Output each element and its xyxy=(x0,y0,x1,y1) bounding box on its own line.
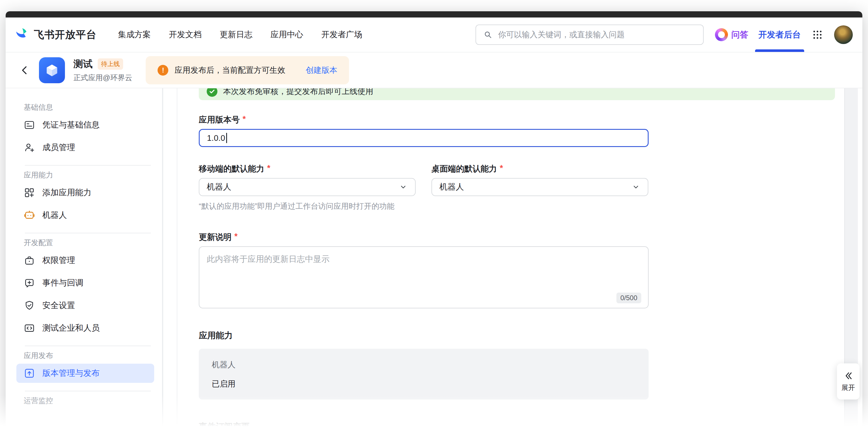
capability-name: 机器人 xyxy=(212,360,636,370)
release-notes-textarea[interactable]: 此内容将于应用的更新日志中显示 0/500 xyxy=(199,246,649,308)
sidebar-item-label: 权限管理 xyxy=(42,255,75,266)
success-banner: 本次发布免审核，提交发布后即可上线使用 xyxy=(199,88,835,100)
sidebar-item-test-enterprise[interactable]: 测试企业和人员 xyxy=(24,318,177,338)
required-mark: * xyxy=(243,114,246,124)
search-icon xyxy=(483,30,493,40)
text-caret xyxy=(226,133,227,143)
required-mark: * xyxy=(500,163,503,173)
warning-icon: ! xyxy=(158,65,168,76)
capability-status: 已启用 xyxy=(212,379,636,390)
sidebar-item-events[interactable]: 事件与回调 xyxy=(24,273,177,293)
back-button[interactable] xyxy=(19,64,31,76)
sidebar: 基础信息 凭证与基础信息 成员管理 应用能力 xyxy=(6,88,177,426)
sidebar-item-label: 版本管理与发布 xyxy=(42,368,100,379)
app-meta: 测试 待上线 正式应用@环界云 xyxy=(73,58,132,83)
window-titlebar xyxy=(6,11,862,18)
logo-text: 飞书开放平台 xyxy=(34,28,97,42)
tab-developer-console[interactable]: 开发者后台 xyxy=(758,18,801,52)
mobile-capability-label: 移动端的默认能力* xyxy=(199,163,416,175)
desktop-capability-label: 桌面端的默认能力* xyxy=(431,163,648,175)
sidebar-divider xyxy=(25,233,151,233)
sidebar-item-add-capability[interactable]: 添加应用能力 xyxy=(24,183,177,202)
member-add-icon xyxy=(24,142,35,153)
qa-link[interactable]: 问答 xyxy=(715,28,748,41)
app-header: 测试 待上线 正式应用@环界云 ! 应用发布后，当前配置方可生效 创建版本 xyxy=(6,53,862,88)
sidebar-item-permissions[interactable]: 权限管理 xyxy=(24,251,177,270)
release-notes-label: 更新说明* xyxy=(199,232,649,243)
app-subtitle: 正式应用@环界云 xyxy=(73,73,132,83)
nav-item-docs[interactable]: 开发文档 xyxy=(169,29,202,40)
sidebar-section-basic-info: 基础信息 xyxy=(24,102,177,112)
sidebar-item-label: 凭证与基础信息 xyxy=(42,119,100,131)
check-icon xyxy=(207,88,217,97)
nav-item-marketplace[interactable]: 开发者广场 xyxy=(321,29,362,40)
char-counter: 0/500 xyxy=(616,293,641,303)
app-title: 测试 xyxy=(73,58,93,71)
app-icon xyxy=(39,57,65,83)
main-content: 本次发布免审核，提交发布后即可上线使用 应用版本号* 1.0.0 xyxy=(178,88,862,426)
developer-console-label: 开发者后台 xyxy=(758,29,801,41)
create-version-link[interactable]: 创建版本 xyxy=(306,65,337,76)
browser-window: 飞书开放平台 集成方案 开发文档 更新日志 应用中心 开发者广场 你可以输入关键… xyxy=(6,11,862,426)
capability-hint: “默认的应用功能”即用户通过工作台访问应用时打开的功能 xyxy=(199,201,649,211)
sidebar-item-credentials[interactable]: 凭证与基础信息 xyxy=(24,115,177,135)
sidebar-divider xyxy=(25,391,151,391)
robot-icon xyxy=(24,210,35,221)
capability-section-title: 应用能力 xyxy=(199,330,649,341)
sidebar-item-label: 机器人 xyxy=(42,210,67,221)
briefcase-icon xyxy=(24,255,35,266)
sidebar-item-bot[interactable]: 机器人 xyxy=(24,206,177,225)
nav-item-integration[interactable]: 集成方案 xyxy=(118,29,151,40)
search-input[interactable]: 你可以输入关键词，或直接输入问题 xyxy=(475,25,704,45)
app-version-value: 1.0.0 xyxy=(207,133,225,143)
sidebar-item-label: 成员管理 xyxy=(42,142,75,153)
version-label: 应用版本号* xyxy=(199,114,649,126)
user-avatar[interactable] xyxy=(834,25,853,44)
required-mark: * xyxy=(235,232,238,241)
form-column: 应用版本号* 1.0.0 移动端的默认能力* 机器人 xyxy=(199,114,649,426)
mobile-capability-value: 机器人 xyxy=(207,181,231,193)
cube-icon xyxy=(43,62,61,79)
sidebar-item-version-release[interactable]: 版本管理与发布 xyxy=(17,364,154,383)
sidebar-item-members[interactable]: 成员管理 xyxy=(24,138,177,157)
active-tab-indicator xyxy=(755,49,804,52)
publish-notice-banner: ! 应用发布后，当前配置方可生效 创建版本 xyxy=(146,56,349,85)
sidebar-divider xyxy=(25,346,151,346)
qa-ring-icon xyxy=(715,28,728,41)
feishu-logo[interactable]: 飞书开放平台 xyxy=(15,27,97,42)
expand-panel-button[interactable]: 展开 xyxy=(837,363,860,400)
sidebar-section-capabilities: 应用能力 xyxy=(24,170,177,180)
apps-grid-icon[interactable] xyxy=(811,28,824,41)
publish-icon xyxy=(24,368,35,379)
id-card-icon xyxy=(24,119,35,131)
nav-right-cluster: 问答 开发者后台 xyxy=(715,18,853,52)
sidebar-item-label: 事件与回调 xyxy=(42,277,83,289)
shield-check-icon xyxy=(24,300,35,311)
grid-add-icon xyxy=(24,187,35,198)
sidebar-section-release: 应用发布 xyxy=(24,351,177,360)
event-callback-icon xyxy=(24,277,35,289)
sidebar-section-monitoring: 运营监控 xyxy=(24,396,177,405)
desktop-capability-value: 机器人 xyxy=(439,181,464,193)
top-navigation: 飞书开放平台 集成方案 开发文档 更新日志 应用中心 开发者广场 你可以输入关键… xyxy=(6,18,862,53)
sidebar-section-dev-config: 开发配置 xyxy=(24,238,177,247)
nav-item-changelog[interactable]: 更新日志 xyxy=(220,29,252,40)
nav-item-app-center[interactable]: 应用中心 xyxy=(271,29,303,40)
feishu-logo-icon xyxy=(15,27,30,42)
status-badge: 待上线 xyxy=(98,58,123,70)
primary-menu: 集成方案 开发文档 更新日志 应用中心 开发者广场 xyxy=(118,29,362,40)
required-mark: * xyxy=(267,163,270,173)
sidebar-divider xyxy=(25,165,151,166)
app-version-input[interactable]: 1.0.0 xyxy=(199,129,649,147)
sidebar-item-label: 添加应用能力 xyxy=(42,187,92,198)
chevron-down-icon xyxy=(399,182,408,192)
sidebar-item-security[interactable]: 安全设置 xyxy=(24,296,177,315)
expand-label: 展开 xyxy=(841,383,855,392)
double-chevron-left-icon xyxy=(843,371,853,381)
notice-text: 应用发布后，当前配置方可生效 xyxy=(175,65,285,76)
desktop-capability-select[interactable]: 机器人 xyxy=(431,178,648,196)
search-placeholder: 你可以输入关键词，或直接输入问题 xyxy=(498,29,625,40)
capability-selects-row: 移动端的默认能力* 机器人 桌面端的默认能力* xyxy=(199,149,649,196)
mobile-capability-select[interactable]: 机器人 xyxy=(199,178,416,196)
code-brackets-icon xyxy=(24,323,35,334)
